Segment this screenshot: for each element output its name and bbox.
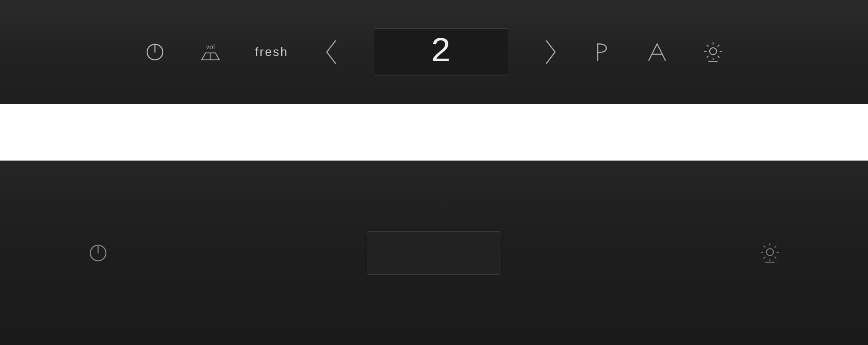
- svg-line-13: [718, 45, 719, 46]
- svg-line-24: [775, 257, 776, 258]
- bottom-panel: [0, 161, 868, 345]
- chevron-right-button[interactable]: [543, 39, 559, 65]
- vol-button[interactable]: vol: [201, 43, 220, 61]
- svg-point-6: [710, 48, 717, 55]
- power-button-bottom[interactable]: [87, 242, 109, 264]
- svg-line-26: [764, 257, 765, 258]
- vol-label: vol: [206, 43, 215, 50]
- power-button[interactable]: [144, 41, 166, 63]
- svg-point-18: [766, 249, 773, 256]
- p-button[interactable]: [593, 40, 612, 64]
- svg-line-25: [775, 246, 776, 247]
- light-button-bottom[interactable]: [759, 242, 781, 264]
- chevron-left-button[interactable]: [323, 39, 339, 65]
- svg-line-11: [707, 45, 708, 46]
- display-box: 2: [374, 28, 508, 76]
- a-button[interactable]: [647, 40, 667, 64]
- svg-line-12: [718, 56, 719, 57]
- svg-line-23: [764, 246, 765, 247]
- fresh-label: fresh: [255, 45, 288, 59]
- top-panel: vol fresh 2: [0, 0, 868, 104]
- light-button[interactable]: [702, 41, 724, 63]
- controls-row-top: vol fresh 2: [57, 28, 811, 76]
- middle-panel: [0, 104, 868, 161]
- fresh-button[interactable]: fresh: [255, 45, 288, 59]
- display-number: 2: [431, 35, 451, 69]
- display-box-bottom: [367, 231, 501, 275]
- svg-line-14: [707, 56, 708, 57]
